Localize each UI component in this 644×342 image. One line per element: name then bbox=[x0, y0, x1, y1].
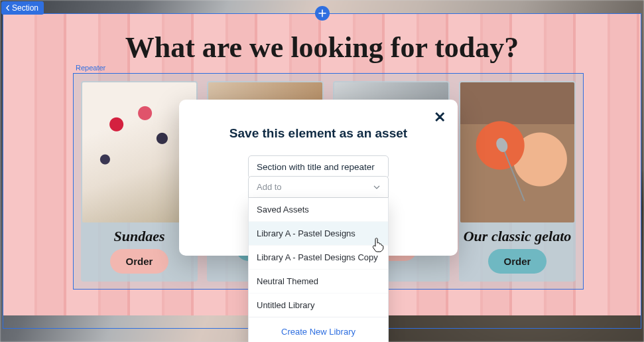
product-name: Our classic gelato bbox=[464, 228, 572, 245]
page-title: What are we looking for today? bbox=[3, 13, 641, 70]
section-breadcrumb-chip[interactable]: Section bbox=[1, 1, 44, 15]
add-to-placeholder: Add to bbox=[257, 182, 282, 192]
chevron-left-icon bbox=[5, 5, 11, 11]
order-button[interactable]: Order bbox=[110, 249, 169, 274]
add-section-button[interactable] bbox=[315, 6, 330, 21]
product-name: Sundaes bbox=[113, 228, 164, 245]
create-new-library[interactable]: Create New Library bbox=[249, 317, 388, 342]
order-button[interactable]: Order bbox=[488, 249, 547, 274]
add-to-dropdown-panel: Saved AssetsLibrary A - Pastel DesignsLi… bbox=[248, 198, 389, 342]
section-breadcrumb-label: Section bbox=[12, 3, 38, 13]
dropdown-item[interactable]: Neutral Themed bbox=[249, 269, 388, 293]
chevron-down-icon bbox=[373, 184, 380, 191]
product-card[interactable]: Our classic gelatoOrder bbox=[459, 81, 576, 282]
dropdown-item[interactable]: Library A - Pastel Designs Copy bbox=[249, 245, 388, 269]
add-to-dropdown: Add to Saved AssetsLibrary A - Pastel De… bbox=[248, 176, 389, 342]
modal-title: Save this element as an asset bbox=[194, 126, 443, 141]
dropdown-item[interactable]: Saved Assets bbox=[249, 198, 388, 221]
repeater-selection-label: Repeater bbox=[76, 64, 105, 72]
dropdown-item[interactable]: Library A - Pastel Designs bbox=[249, 221, 388, 245]
add-to-dropdown-trigger[interactable]: Add to bbox=[248, 176, 389, 198]
asset-name-input[interactable] bbox=[248, 155, 389, 179]
product-image bbox=[460, 82, 574, 222]
dropdown-item[interactable]: Untitled Library bbox=[249, 293, 388, 317]
plus-icon bbox=[318, 9, 326, 17]
close-icon[interactable]: ✕ bbox=[434, 109, 446, 126]
